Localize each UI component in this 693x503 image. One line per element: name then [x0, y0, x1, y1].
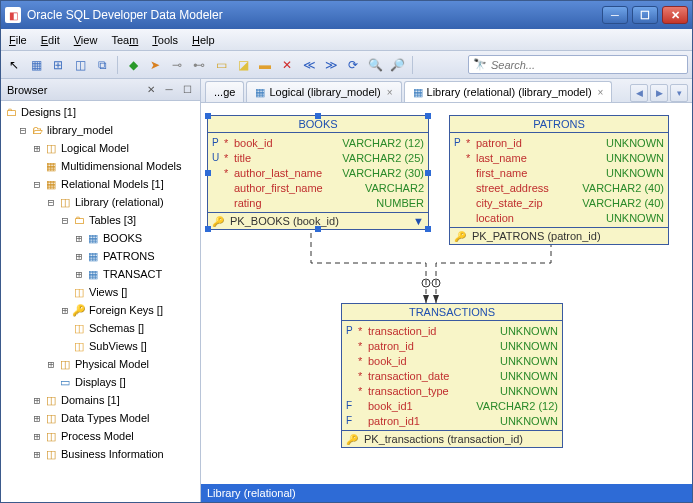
- app-title: Oracle SQL Developer Data Modeler: [27, 8, 602, 22]
- zoom-out-icon[interactable]: 🔎: [388, 56, 406, 74]
- search-box[interactable]: 🔭: [468, 55, 688, 74]
- close-icon[interactable]: ×: [387, 87, 393, 98]
- minimize-button[interactable]: ─: [602, 6, 628, 24]
- tree-schemas[interactable]: ◫Schemas []: [3, 319, 198, 337]
- last-icon[interactable]: ≫: [322, 56, 340, 74]
- link1-icon[interactable]: ⊸: [168, 56, 186, 74]
- maximize-button[interactable]: ☐: [632, 6, 658, 24]
- tree-designs[interactable]: 🗀Designs [1]: [3, 103, 198, 121]
- diagram-canvas[interactable]: BOOKS P*book_idVARCHAR2 (12)U*titleVARCH…: [201, 103, 692, 484]
- entity-pk: PK_PATRONS (patron_id): [472, 230, 601, 242]
- tree-table-transactions[interactable]: ⊞▦TRANSACT: [3, 265, 198, 283]
- column-row: first_nameUNKNOWN: [454, 165, 664, 180]
- first-icon[interactable]: ≪: [300, 56, 318, 74]
- toolbar: ↖ ▦ ⊞ ◫ ⧉ ◆ ➤ ⊸ ⊷ ▭ ◪ ▬ ✕ ≪ ≫ ⟳ 🔍 🔎 🔭: [1, 51, 692, 79]
- split-icon[interactable]: ⧉: [93, 56, 111, 74]
- browser-header: Browser ✕ ─ ☐: [1, 79, 200, 101]
- grid-icon[interactable]: ▦: [27, 56, 45, 74]
- menu-view[interactable]: View: [74, 34, 98, 46]
- tree-domains[interactable]: ⊞◫Domains [1]: [3, 391, 198, 409]
- menu-team[interactable]: Team: [111, 34, 138, 46]
- tab-ge[interactable]: ...ge: [205, 81, 244, 102]
- column-row: author_first_nameVARCHAR2: [212, 180, 424, 195]
- tree-physical-model[interactable]: ⊞◫Physical Model: [3, 355, 198, 373]
- column-row: Fbook_id1VARCHAR2 (12): [346, 398, 558, 413]
- tree-library-relational[interactable]: ⊟◫Library (relational): [3, 193, 198, 211]
- entity-books[interactable]: BOOKS P*book_idVARCHAR2 (12)U*titleVARCH…: [207, 115, 429, 230]
- tree-subviews[interactable]: ◫SubViews []: [3, 337, 198, 355]
- tree-library-model[interactable]: ⊟🗁library_model: [3, 121, 198, 139]
- menu-edit[interactable]: Edit: [41, 34, 60, 46]
- tab-next-button[interactable]: ▶: [650, 84, 668, 102]
- tab-logical[interactable]: ▦Logical (library_model)×: [246, 81, 401, 102]
- panel-restore-icon[interactable]: ☐: [180, 83, 194, 97]
- column-row: *transaction_dateUNKNOWN: [346, 368, 558, 383]
- link2-icon[interactable]: ⊷: [190, 56, 208, 74]
- menu-bar: File Edit View Team Tools Help: [1, 29, 692, 51]
- column-row: locationUNKNOWN: [454, 210, 664, 225]
- tree-foreign-keys[interactable]: ⊞🔑Foreign Keys []: [3, 301, 198, 319]
- folder-icon[interactable]: ▬: [256, 56, 274, 74]
- tree-relational-models[interactable]: ⊟▦Relational Models [1]: [3, 175, 198, 193]
- menu-tools[interactable]: Tools: [152, 34, 178, 46]
- browser-tree[interactable]: 🗀Designs [1] ⊟🗁library_model ⊞◫Logical M…: [1, 101, 200, 502]
- title-bar: ◧ Oracle SQL Developer Data Modeler ─ ☐ …: [1, 1, 692, 29]
- svg-point-0: [422, 279, 430, 287]
- entity-patrons[interactable]: PATRONS P*patron_idUNKNOWN*last_nameUNKN…: [449, 115, 669, 245]
- column-row: street_addressVARCHAR2 (40): [454, 180, 664, 195]
- pointer-icon[interactable]: ↖: [5, 56, 23, 74]
- panel-close-icon[interactable]: ✕: [144, 83, 158, 97]
- view-icon[interactable]: ◫: [71, 56, 89, 74]
- zoom-in-icon[interactable]: 🔍: [366, 56, 384, 74]
- close-button[interactable]: ✕: [662, 6, 688, 24]
- refresh-icon[interactable]: ⟳: [344, 56, 362, 74]
- binoculars-icon: 🔭: [473, 58, 487, 71]
- key-icon: 🔑: [454, 231, 468, 242]
- tree-table-patrons[interactable]: ⊞▦PATRONS: [3, 247, 198, 265]
- entity-title: TRANSACTIONS: [342, 304, 562, 321]
- svg-point-1: [432, 279, 440, 287]
- delete-icon[interactable]: ✕: [278, 56, 296, 74]
- status-bar: Library (relational): [201, 484, 692, 502]
- note-icon[interactable]: ◪: [234, 56, 252, 74]
- editor-tabs: ...ge ▦Logical (library_model)× ▦Library…: [201, 79, 692, 103]
- app-icon: ◧: [5, 7, 21, 23]
- tree-multi-models[interactable]: ▦Multidimensional Models: [3, 157, 198, 175]
- column-row: *patron_idUNKNOWN: [346, 338, 558, 353]
- entity-pk: PK_transactions (transaction_id): [364, 433, 523, 445]
- panel-minimize-icon[interactable]: ─: [162, 83, 176, 97]
- column-row: *book_idUNKNOWN: [346, 353, 558, 368]
- tree-business[interactable]: ⊞◫Business Information: [3, 445, 198, 463]
- browser-title: Browser: [7, 84, 140, 96]
- table-icon[interactable]: ⊞: [49, 56, 67, 74]
- column-row: U*titleVARCHAR2 (25): [212, 150, 424, 165]
- tab-list-button[interactable]: ▾: [670, 84, 688, 102]
- arrow-icon[interactable]: ➤: [146, 56, 164, 74]
- green-icon[interactable]: ◆: [124, 56, 142, 74]
- column-row: *last_nameUNKNOWN: [454, 150, 664, 165]
- close-icon[interactable]: ×: [598, 87, 604, 98]
- tree-datatypes[interactable]: ⊞◫Data Types Model: [3, 409, 198, 427]
- entity-pk: PK_BOOKS (book_id): [230, 215, 339, 227]
- tab-prev-button[interactable]: ◀: [630, 84, 648, 102]
- column-row: P*book_idVARCHAR2 (12): [212, 135, 424, 150]
- tree-tables[interactable]: ⊟🗀Tables [3]: [3, 211, 198, 229]
- tree-views[interactable]: ◫Views []: [3, 283, 198, 301]
- tree-logical-model[interactable]: ⊞◫Logical Model: [3, 139, 198, 157]
- column-row: city_state_zipVARCHAR2 (40): [454, 195, 664, 210]
- entity-transactions[interactable]: TRANSACTIONS P*transaction_idUNKNOWN*pat…: [341, 303, 563, 448]
- tree-table-books[interactable]: ⊞▦BOOKS: [3, 229, 198, 247]
- canvas-area: ...ge ▦Logical (library_model)× ▦Library…: [201, 79, 692, 502]
- tree-process[interactable]: ⊞◫Process Model: [3, 427, 198, 445]
- column-row: ratingNUMBER: [212, 195, 424, 210]
- column-row: Fpatron_id1UNKNOWN: [346, 413, 558, 428]
- key-icon: 🔑: [212, 216, 226, 227]
- tab-library-relational[interactable]: ▦Library (relational) (library_model)×: [404, 81, 613, 102]
- column-row: *transaction_typeUNKNOWN: [346, 383, 558, 398]
- search-input[interactable]: [491, 59, 683, 71]
- menu-help[interactable]: Help: [192, 34, 215, 46]
- menu-file[interactable]: File: [9, 34, 27, 46]
- tree-displays[interactable]: ▭Displays []: [3, 373, 198, 391]
- status-text: Library (relational): [207, 487, 296, 499]
- box-icon[interactable]: ▭: [212, 56, 230, 74]
